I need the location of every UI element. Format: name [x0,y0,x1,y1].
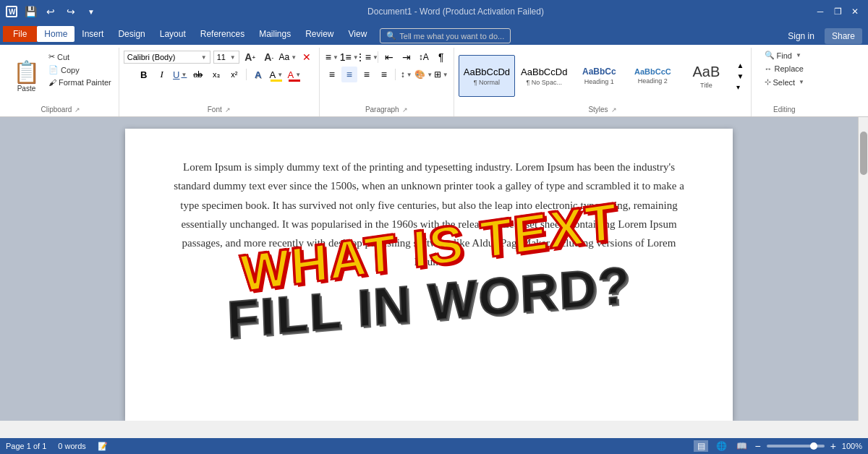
font-color-button[interactable]: A ▼ [286,67,302,82]
menu-layout[interactable]: Layout [153,26,193,42]
find-icon: 🔍 [765,51,775,60]
styles-more-icon[interactable]: ▾ [736,83,744,91]
italic-button[interactable]: I [154,67,170,82]
multilevel-list-button[interactable]: ⋮≡▼ [359,49,375,65]
font-family-selector[interactable]: Calibri (Body) ▼ [124,51,210,64]
cut-icon: ✂ [48,52,55,61]
title-bar: W 💾 ↩ ↪ ▼ Document1 - Word (Product Acti… [0,0,868,23]
select-button[interactable]: ⊹ Select ▼ [762,76,808,88]
redo-icon[interactable]: ↪ [64,4,78,19]
style-heading2[interactable]: AaBbCcC Heading 2 [626,55,678,97]
user-actions: Sign in Share [778,25,865,44]
style-title[interactable]: AaB Title [680,55,732,97]
word-icon: W [6,6,17,17]
zoom-thumb[interactable] [810,442,817,450]
paragraph-expand[interactable]: ↗ [402,106,408,113]
undo-icon[interactable]: ↩ [43,4,58,19]
find-button[interactable]: 🔍 Find ▼ [762,49,808,61]
save-icon[interactable]: 💾 [23,4,38,19]
font-grow-button[interactable]: A+ [242,49,258,65]
shading-button[interactable]: 🎨▼ [416,67,432,82]
highlight-button[interactable]: A ▼ [268,67,284,82]
clipboard-group: 📋 Paste ✂ Cut 📄 Copy 🖌 Format Painter [3,48,119,116]
superscript-button[interactable]: x² [226,67,242,82]
restore-button[interactable]: ❐ [830,4,845,19]
align-left-button[interactable]: ≡ [324,67,340,82]
clipboard-sub-buttons: ✂ Cut 📄 Copy 🖌 Format Painter [46,49,114,103]
styles-scroll-buttons[interactable]: ▲ ▼ ▾ [733,59,746,94]
tell-me-input[interactable]: 🔍 Tell me what you want to do... [380,28,511,43]
menu-design[interactable]: Design [111,26,152,42]
font-shrink-button[interactable]: A- [261,49,277,65]
format-painter-icon: 🖌 [48,78,56,87]
scrollbar-thumb[interactable] [860,132,867,175]
increase-indent-button[interactable]: ⇥ [399,49,414,65]
sign-in-button[interactable]: Sign in [780,28,822,44]
menu-home[interactable]: Home [37,26,75,42]
justify-button[interactable]: ≡ [376,67,392,82]
menu-mailings[interactable]: Mailings [252,26,298,42]
scroll-up-icon[interactable]: ▲ [736,61,744,69]
strikethrough-button[interactable]: ab̶ [190,67,206,82]
text-effects-button[interactable]: A [250,67,266,82]
window-title: Document1 - Word (Product Activation Fai… [98,7,813,17]
align-right-button[interactable]: ≡ [359,67,375,82]
menu-insert[interactable]: Insert [75,26,111,42]
line-spacing-button[interactable]: ↕▼ [399,67,414,82]
style-no-spacing[interactable]: AaBbCcDd ¶ No Spac... [516,55,571,97]
ribbon: 📋 Paste ✂ Cut 📄 Copy 🖌 Format Painter [0,45,868,117]
document-scroll-area[interactable]: Lorem Ipsum is simply dummy text of the … [0,117,858,421]
scroll-down-icon[interactable]: ▼ [736,72,744,80]
styles-expand[interactable]: ↗ [611,106,617,113]
clear-format-button[interactable]: ✕ [299,49,315,65]
customize-qa-icon[interactable]: ▼ [84,4,98,19]
replace-button[interactable]: ↔ Replace [762,63,808,74]
bullets-button[interactable]: ≡▼ [324,49,340,65]
format-painter-button[interactable]: 🖌 Format Painter [46,77,114,88]
replace-icon: ↔ [765,64,773,73]
print-layout-button[interactable]: ▤ [694,440,708,452]
search-icon: 🔍 [386,31,396,40]
tell-me-container: 🔍 Tell me what you want to do... [374,25,778,43]
document-page[interactable]: Lorem Ipsum is simply dummy text of the … [125,129,733,421]
clipboard-expand[interactable]: ↗ [75,106,80,113]
zoom-plus-icon[interactable]: + [830,440,836,452]
align-center-button[interactable]: ≡ [341,67,357,82]
menu-view[interactable]: View [341,26,375,42]
borders-button[interactable]: ⊞▼ [433,67,449,82]
menu-references[interactable]: References [193,26,252,42]
font-case-button[interactable]: Aa▼ [280,49,296,65]
paste-button[interactable]: 📋 Paste [7,49,46,103]
window-controls: ─ ❐ ✕ [813,4,862,19]
overlay-line2: FILL IN WORD? [226,259,632,346]
underline-button[interactable]: U▼ [172,67,188,82]
sort-button[interactable]: ↕A [416,49,432,65]
font-size-selector[interactable]: 11 ▼ [213,51,239,64]
status-right: ▤ 🌐 📖 − + 100% [694,440,862,452]
menu-bar: File Home Insert Design Layout Reference… [0,23,868,45]
minimize-button[interactable]: ─ [813,4,827,19]
bold-button[interactable]: B [136,67,152,82]
font-expand[interactable]: ↗ [225,106,231,113]
zoom-minus-icon[interactable]: − [754,440,760,452]
find-dropdown-icon: ▼ [796,52,801,59]
para-row2: ≡ ≡ ≡ ≡ ↕▼ 🎨▼ ⊞▼ [324,67,449,82]
paste-label: Paste [17,85,36,93]
subscript-button[interactable]: x₂ [208,67,224,82]
style-normal[interactable]: AaBbCcDd ¶ Normal [459,55,515,97]
divider3 [395,69,396,80]
decrease-indent-button[interactable]: ⇤ [381,49,397,65]
copy-button[interactable]: 📄 Copy [46,64,114,76]
close-button[interactable]: ✕ [848,4,862,19]
show-formatting-button[interactable]: ¶ [433,49,449,65]
web-layout-button[interactable]: 🌐 [714,440,728,452]
tell-me-placeholder: Tell me what you want to do... [399,32,504,40]
zoom-slider[interactable] [767,445,825,447]
style-heading1[interactable]: AaBbCc Heading 1 [573,55,625,97]
read-mode-button[interactable]: 📖 [734,440,749,452]
vertical-scrollbar[interactable] [858,117,868,421]
share-button[interactable]: Share [825,28,862,44]
menu-review[interactable]: Review [298,26,341,42]
menu-file[interactable]: File [3,26,37,42]
cut-button[interactable]: ✂ Cut [46,51,114,63]
